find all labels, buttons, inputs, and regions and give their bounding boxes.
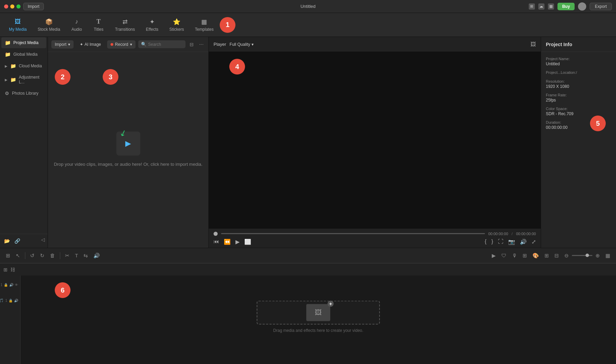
render-preview-button[interactable]: ▶ [490,252,498,260]
title-import-button[interactable]: Import [23,3,44,10]
filter-button[interactable]: ⊟ [188,41,195,48]
timeline-text-button[interactable]: T [73,252,80,259]
timeline-drop-zone[interactable]: + 🖼 Drag media and effects here to creat… [257,300,380,333]
help-badge-5[interactable]: 5 [590,116,606,131]
volume-icon-audio: 🔊 [14,299,18,302]
playhead-indicator[interactable] [214,232,218,236]
player-toolbar-right: 🖼 [530,41,536,48]
nav-item-titles[interactable]: T Titles [88,16,109,34]
player-image-icon[interactable]: 🖼 [530,41,536,48]
audio-track-number: 1 [5,299,7,302]
tl-icon7[interactable]: ⊟ [553,252,561,260]
record-button[interactable]: Record ▾ [107,40,136,49]
transitions-icon: ⇄ [121,18,129,26]
play-button[interactable]: ▶ [235,239,240,245]
link-icon[interactable]: 🔗 [13,237,21,245]
grid-layout-button[interactable]: ▦ [604,252,612,260]
sidebar-item-photos-library[interactable]: ⚙ Photos Library [1,88,46,99]
chevron-down-icon-quality: ▾ [252,42,254,47]
minimize-button[interactable] [10,4,14,9]
grid-icon[interactable]: ⊞ [529,3,535,10]
nav-item-my-media[interactable]: 🖼 My Media [4,16,31,34]
collapse-sidebar-button[interactable]: ◁ [41,237,45,245]
timeline-undo-button[interactable]: ↺ [28,252,36,260]
timeline-ripple-button[interactable]: ⇆ [82,252,90,260]
player-right-controls: { } ⛶ 📷 🔊 ⤢ [485,239,536,245]
timeline-audio-button[interactable]: 🔊 [92,252,102,260]
zoom-in-button[interactable]: ⊕ [594,252,602,260]
help-badge-3[interactable]: 3 [103,69,118,85]
crop-button[interactable]: ⛶ [498,239,503,245]
bottom-links: ⊞ ⛓ [0,263,616,275]
templates-icon: ▦ [201,18,208,26]
search-input[interactable] [148,42,183,47]
more-options-button[interactable]: ··· [198,41,205,48]
sidebar-item-cloud-media[interactable]: ▶ 📁 Cloud Media [1,60,46,71]
mark-out-button[interactable]: } [491,239,493,245]
stop-button[interactable]: ⬜ [244,239,251,245]
audio-icon: ♪ [73,18,80,26]
nav-item-transitions[interactable]: ⇄ Transitions [110,16,140,34]
nav-item-stickers[interactable]: ⭐ Stickers [165,16,189,34]
right-panel: Project Info Project Name: Untitled Proj… [541,37,616,248]
help-badge-2[interactable]: 2 [55,69,70,85]
timeline-grid-button[interactable]: ⊞ [4,252,12,260]
help-badge-1[interactable]: 1 [220,17,235,33]
value-resolution: 1920 X 1080 [546,84,611,89]
traffic-lights [4,4,21,9]
timeline-delete-button[interactable]: 🗑 [48,252,57,259]
tl-icon6[interactable]: ⊞ [543,252,551,260]
label-color-space: Color Space: [546,107,611,111]
frame-back-button[interactable]: ⏪ [224,239,231,245]
sidebar-label-adjustment: Adjustment L... [19,75,43,84]
nav-item-effects[interactable]: ✦ Effects [141,16,163,34]
help-badge-4[interactable]: 4 [229,59,245,75]
close-button[interactable] [4,4,8,9]
layout-icon[interactable]: ▦ [548,3,554,10]
buy-button[interactable]: Buy [557,3,575,10]
sparkle-icon: ✦ [80,42,83,47]
timeline-track[interactable] [221,233,485,234]
zoom-slider[interactable] [572,255,592,256]
snapshot-button[interactable]: 📷 [508,239,515,245]
media-toolbar: Import ▾ ✦ AI Image Record ▾ 🔍 ⊟ ··· [48,37,208,52]
nav-item-audio[interactable]: ♪ Audio [66,16,87,34]
export-button[interactable]: Export [590,3,612,10]
nav-item-stock-media[interactable]: 📦 Stock Media [33,16,65,34]
zoom-out-button[interactable]: ⊖ [563,252,570,260]
link-tracks-icon[interactable]: ⛓ [10,267,15,272]
mark-in-button[interactable]: { [485,239,486,245]
help-badge-6[interactable]: 6 [55,282,70,298]
timeline-arrow-button[interactable]: ↖ [14,252,22,260]
value-frame-rate: 25fps [546,98,611,103]
track-label-video: 📹 1 🔒 🔊 👁 [0,278,20,291]
sidebar-item-adjustment[interactable]: ▶ 📁 Adjustment L... [1,72,46,87]
label-project-name: Project Name: [546,57,611,61]
import-button[interactable]: Import ▾ [51,40,74,49]
value-project-name: Untitled [546,62,611,66]
mic-button[interactable]: 🎙 [510,252,519,259]
fullscreen-button[interactable]: ⤢ [531,239,536,245]
user-avatar[interactable] [578,2,586,11]
stickers-icon: ⭐ [173,18,180,26]
label-project-location: Project...Location:/ [546,70,611,75]
volume-button[interactable]: 🔊 [520,239,527,245]
shield-button[interactable]: 🛡 [500,252,508,259]
color-button[interactable]: 🎨 [531,252,541,260]
quality-selector[interactable]: Full Quality ▾ [230,42,254,47]
detach-button[interactable]: ⊞ [521,252,529,260]
add-folder-icon[interactable]: 📂 [3,237,11,245]
sidebar-item-global-media[interactable]: 📁 Global Media [1,49,46,60]
timeline-redo-button[interactable]: ↻ [38,252,46,260]
maximize-button[interactable] [16,4,21,9]
sidebar-item-project-media[interactable]: 📁 Project Media [1,37,46,48]
drop-placeholder: + 🖼 [306,304,330,321]
ai-image-button[interactable]: ✦ AI Image [76,40,104,49]
timeline-cut-button[interactable]: ✂ [63,252,71,260]
cloud-icon[interactable]: ☁ [538,3,544,10]
media-drop-area[interactable]: ↙ ▶ Drop your video clips, images, or au… [48,132,208,168]
nav-item-templates[interactable]: ▦ Templates [190,16,218,34]
step-back-button[interactable]: ⏮ [214,239,219,245]
add-track-icon[interactable]: ⊞ [3,267,8,272]
player-controls: 00:00:00:00 / 00:00:00:00 ⏮ ⏪ ▶ ⬜ { } ⛶ … [209,229,541,248]
